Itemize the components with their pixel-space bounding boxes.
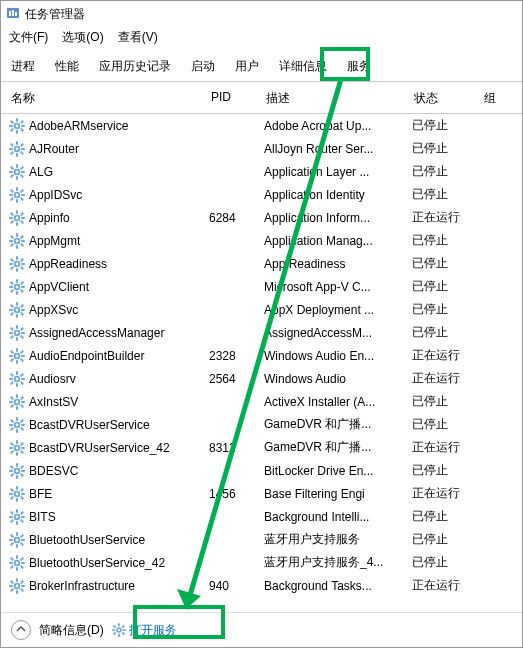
service-status: 已停止 [412,186,482,203]
service-row[interactable]: AppXSvcAppX Deployment ...已停止 [1,298,522,321]
tab-users[interactable]: 用户 [225,52,269,81]
open-services-link[interactable]: 打开服务 [112,622,177,639]
menu-file[interactable]: 文件(F) [9,29,48,46]
service-desc: Application Manag... [264,234,412,248]
column-status-header[interactable]: 状态 [414,90,484,107]
column-group-header[interactable]: 组 [484,90,504,107]
services-list[interactable]: AdobeARMserviceAdobe Acrobat Up...已停止AJR… [1,114,522,606]
service-status: 已停止 [412,462,482,479]
gear-icon [9,233,25,249]
tab-history[interactable]: 应用历史记录 [89,52,181,81]
service-row[interactable]: AxInstSVActiveX Installer (A...已停止 [1,390,522,413]
service-row[interactable]: AdobeARMserviceAdobe Acrobat Up...已停止 [1,114,522,137]
gear-icon [9,394,25,410]
service-status: 已停止 [412,255,482,272]
service-row[interactable]: BcastDVRUserServiceGameDVR 和广播...已停止 [1,413,522,436]
service-status: 已停止 [412,232,482,249]
service-status: 已停止 [412,140,482,157]
service-status: 已停止 [412,117,482,134]
service-name: AppVClient [29,280,89,294]
column-desc-header[interactable]: 描述 [266,90,414,107]
gear-icon [9,463,25,479]
service-desc: 蓝牙用户支持服务_4... [264,554,412,571]
service-row[interactable]: AudioEndpointBuilder2328Windows Audio En… [1,344,522,367]
service-desc: AppX Deployment ... [264,303,412,317]
service-row[interactable]: AJRouterAllJoyn Router Ser...已停止 [1,137,522,160]
service-desc: 蓝牙用户支持服务 [264,531,412,548]
service-name: AppReadiness [29,257,107,271]
tab-processes[interactable]: 进程 [1,52,45,81]
service-name: BrokerInfrastructure [29,579,135,593]
service-name: BDESVC [29,464,78,478]
service-name: AppMgmt [29,234,80,248]
tab-details[interactable]: 详细信息 [269,52,337,81]
fewer-details-link[interactable]: 简略信息(D) [39,622,104,639]
service-pid: 8312 [209,441,264,455]
service-desc: Background Intelli... [264,510,412,524]
titlebar: 任务管理器 [1,1,522,27]
service-row[interactable]: BcastDVRUserService_428312GameDVR 和广播...… [1,436,522,459]
open-services-label: 打开服务 [129,622,177,639]
service-status: 已停止 [412,163,482,180]
service-desc: AssignedAccessM... [264,326,412,340]
service-row[interactable]: AppVClientMicrosoft App-V C...已停止 [1,275,522,298]
gear-icon [9,486,25,502]
service-status: 正在运行 [412,370,482,387]
gear-icon [9,417,25,433]
menu-options[interactable]: 选项(O) [62,29,103,46]
column-name-header[interactable]: 名称 [1,90,211,107]
service-row[interactable]: Appinfo6284Application Inform...正在运行 [1,206,522,229]
service-desc: GameDVR 和广播... [264,416,412,433]
service-name: AudioEndpointBuilder [29,349,144,363]
service-status: 已停止 [412,301,482,318]
gear-icon [9,210,25,226]
service-row[interactable]: BFE1456Base Filtering Engi正在运行 [1,482,522,505]
service-desc: Windows Audio [264,372,412,386]
service-row[interactable]: ALGApplication Layer ...已停止 [1,160,522,183]
tab-performance[interactable]: 性能 [45,52,89,81]
service-pid: 940 [209,579,264,593]
svg-rect-13 [15,12,17,16]
task-manager-window: 任务管理器 文件(F) 选项(O) 查看(V) 进程 性能 应用历史记录 启动 … [0,0,523,648]
service-name: BluetoothUserService_42 [29,556,165,570]
service-desc: GameDVR 和广播... [264,439,412,456]
tab-services[interactable]: 服务 [337,52,381,81]
service-row[interactable]: AppReadinessApp Readiness已停止 [1,252,522,275]
service-row[interactable]: AppMgmtApplication Manag...已停止 [1,229,522,252]
tab-startup[interactable]: 启动 [181,52,225,81]
service-row[interactable]: BrokerInfrastructure940Background Tasks.… [1,574,522,597]
service-desc: Microsoft App-V C... [264,280,412,294]
service-name: ALG [29,165,53,179]
service-pid: 2564 [209,372,264,386]
service-desc: Base Filtering Engi [264,487,412,501]
gear-icon [9,348,25,364]
service-desc: Application Identity [264,188,412,202]
service-desc: AllJoyn Router Ser... [264,142,412,156]
service-row[interactable]: AssignedAccessManagerAssignedAccessM...已… [1,321,522,344]
column-pid-header[interactable]: PID [211,90,266,107]
gear-icon [112,623,126,637]
service-row[interactable]: AppIDSvcApplication Identity已停止 [1,183,522,206]
service-name: Audiosrv [29,372,76,386]
service-row[interactable]: BluetoothUserService_42蓝牙用户支持服务_4...已停止 [1,551,522,574]
service-desc: App Readiness [264,257,412,271]
service-status: 已停止 [412,393,482,410]
service-name: BcastDVRUserService_42 [29,441,170,455]
gear-icon [9,141,25,157]
menu-view[interactable]: 查看(V) [118,29,158,46]
menubar: 文件(F) 选项(O) 查看(V) [1,27,522,48]
service-row[interactable]: BDESVCBitLocker Drive En...已停止 [1,459,522,482]
gear-icon [9,509,25,525]
service-row[interactable]: BluetoothUserService蓝牙用户支持服务已停止 [1,528,522,551]
gear-icon [9,371,25,387]
gear-icon [9,302,25,318]
service-row[interactable]: Audiosrv2564Windows Audio正在运行 [1,367,522,390]
fewer-details-icon[interactable] [11,620,31,640]
service-name: AppXSvc [29,303,78,317]
service-status: 正在运行 [412,577,482,594]
gear-icon [9,118,25,134]
service-pid: 2328 [209,349,264,363]
service-status: 正在运行 [412,209,482,226]
tabstrip: 进程 性能 应用历史记录 启动 用户 详细信息 服务 [1,52,522,82]
service-row[interactable]: BITSBackground Intelli...已停止 [1,505,522,528]
